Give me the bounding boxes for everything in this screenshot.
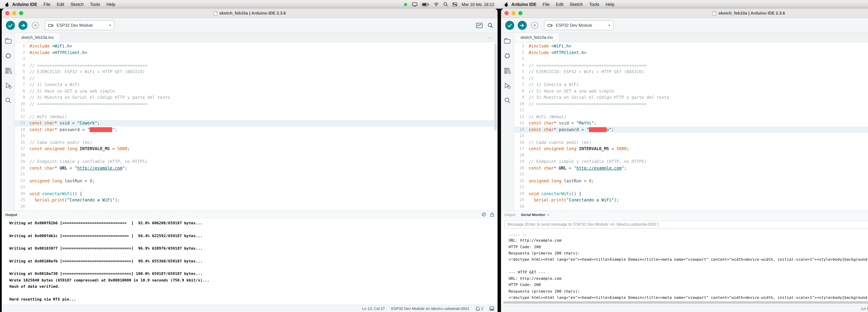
menu-edit[interactable]: Edit — [54, 2, 67, 7]
code-line[interactable]: 20const char* URL = "http://example.com"… — [15, 165, 498, 171]
code-line[interactable]: 17const unsigned long INTERVALO_MS = 500… — [15, 146, 498, 152]
code-editor[interactable]: 1#include <WiFi.h>2#include <HTTPClient.… — [15, 42, 498, 210]
sketchbook-icon[interactable] — [504, 38, 511, 44]
menu-file[interactable]: File — [40, 2, 54, 7]
boards-manager-icon[interactable] — [504, 53, 511, 59]
code-line[interactable]: 9// 3) Muestra en Serial el código HTTP … — [514, 94, 868, 101]
code-line[interactable]: 25 Serial.print("Conectando a WiFi"); — [514, 197, 868, 203]
window-title-bar[interactable]: sketch_feb10a | Arduino IDE 2.3.6 — [501, 9, 868, 18]
code-line[interactable]: 13const char* ssid = "Mathi"; — [514, 120, 868, 126]
code-line[interactable]: 12// WiFi (Wokwi) — [514, 113, 868, 120]
code-line[interactable]: 6// — [15, 75, 498, 81]
menu-sketch[interactable]: Sketch — [67, 2, 87, 7]
code-line[interactable]: 25 Serial.print("Conectando a WiFi"); — [15, 197, 498, 203]
debug-panel-icon[interactable] — [504, 82, 511, 89]
screen-record-indicator-icon[interactable] — [403, 2, 407, 6]
code-line[interactable]: 9// 3) Muestra en Serial el código HTTP … — [15, 94, 498, 101]
board-selector-dropdown[interactable]: ESP32 Dev Module ▾ — [544, 21, 614, 30]
menu-file[interactable]: File — [539, 2, 553, 7]
library-manager-icon[interactable] — [5, 68, 12, 74]
code-line[interactable]: 18 — [15, 152, 498, 159]
apple-menu-icon[interactable] — [5, 2, 9, 7]
board-port-status[interactable]: ESP32 Dev Module on /dev/cu.usbserial-00… — [391, 307, 469, 311]
code-line[interactable]: 1#include <WiFi.h> — [15, 43, 498, 49]
code-line[interactable]: 4// ====================================… — [15, 62, 498, 69]
code-line[interactable]: 12// WiFi (Wokwi) — [15, 113, 498, 120]
search-icon[interactable] — [5, 97, 11, 104]
code-line[interactable]: 6// — [514, 75, 868, 81]
menu-clock[interactable]: Mar 10 feb. 16:12 — [462, 2, 494, 7]
horizontal-scrollbar[interactable] — [503, 301, 868, 304]
editor-scrollbar[interactable] — [494, 43, 497, 131]
code-line[interactable]: 19// Endpoint simple y confiable (HTTP, … — [15, 159, 498, 165]
menu-app-name[interactable]: Arduino IDE — [508, 2, 539, 7]
code-line[interactable]: 2#include <HTTPClient.h> — [15, 49, 498, 56]
debug-button[interactable] — [31, 21, 40, 30]
scroll-lock-icon[interactable] — [490, 212, 494, 217]
code-line[interactable]: 8// 2) Hace un GET a una web simple — [15, 88, 498, 94]
code-line[interactable]: 23 — [514, 184, 868, 190]
code-line[interactable]: 11 — [15, 107, 498, 113]
close-button[interactable] — [504, 11, 509, 15]
menu-app-name[interactable]: Arduino IDE — [9, 2, 40, 7]
code-line[interactable]: 2#include <HTTPClient.h> — [514, 49, 868, 56]
serial-message-input[interactable] — [504, 220, 868, 229]
code-line[interactable]: 3 — [514, 56, 868, 62]
code-line[interactable]: 17const unsigned long INTERVALO_MS = 500… — [514, 146, 868, 152]
output-tab[interactable]: Output — [504, 212, 516, 216]
upload-button[interactable] — [19, 21, 27, 30]
display-mirroring-icon[interactable] — [412, 2, 417, 6]
tab-sketch-feb10a[interactable]: sketch_feb10a.ino — [15, 33, 60, 42]
code-line[interactable]: 8// 2) Hace un GET a una web simple — [514, 88, 868, 94]
wifi-icon[interactable] — [433, 2, 439, 6]
code-line[interactable]: 16// Cada cuánto pedir (ms) — [514, 139, 868, 146]
serial-monitor-icon[interactable] — [488, 22, 493, 28]
menu-tools[interactable]: Tools — [586, 2, 602, 7]
code-line[interactable]: 4// ====================================… — [514, 62, 868, 69]
sketchbook-icon[interactable] — [5, 38, 12, 44]
code-line[interactable]: 21 — [514, 171, 868, 178]
verify-button[interactable] — [6, 21, 15, 30]
close-button[interactable] — [5, 11, 9, 15]
board-selector-dropdown[interactable]: ESP32 Dev Module ▾ — [45, 21, 114, 30]
code-line[interactable]: 5// EJERCICIO: ESP32 + WiFi + HTTP GET (… — [15, 69, 498, 75]
notifications-button[interactable]: 2 — [475, 306, 483, 311]
spotlight-search-icon[interactable] — [443, 2, 448, 7]
code-line[interactable]: 14const char* password = " "; — [15, 126, 498, 133]
output-console[interactable]: Writing at 0x000f82b6 [=================… — [2, 218, 498, 305]
zoom-button[interactable] — [19, 11, 23, 15]
serial-console[interactable]: ..... .. URL: http://example.com HTTP Co… — [501, 230, 868, 301]
close-serial-monitor-icon[interactable]: × — [547, 212, 550, 216]
code-line[interactable]: 20const char* URL = "http://example.com"… — [514, 165, 868, 171]
code-line[interactable]: 26 — [514, 203, 868, 210]
tab-sketch-feb10a[interactable]: sketch_feb10a.ino — [514, 33, 559, 42]
code-line[interactable]: 7// 1) Conecta a WiFi — [15, 81, 498, 88]
verify-button[interactable] — [505, 21, 514, 30]
code-line[interactable]: 15 — [514, 133, 868, 139]
code-line[interactable]: 18 — [514, 152, 868, 159]
code-line[interactable]: 13const char* ssid = "Cowork"; — [15, 120, 498, 126]
code-line[interactable]: 15 — [15, 133, 498, 139]
menu-sketch[interactable]: Sketch — [566, 2, 586, 7]
code-line[interactable]: 10// ===================================… — [514, 101, 868, 107]
window-title-bar[interactable]: sketch_feb10a | Arduino IDE 2.3.6 — [2, 9, 498, 18]
minimize-button[interactable] — [512, 11, 516, 15]
debug-button[interactable] — [530, 21, 539, 30]
output-tab[interactable]: Output — [5, 212, 17, 216]
search-icon[interactable] — [504, 97, 511, 104]
upload-button[interactable] — [518, 21, 527, 30]
apple-menu-icon[interactable] — [504, 2, 508, 7]
code-line[interactable]: 24void conectarWiFi() { — [15, 190, 498, 197]
code-line[interactable]: 14const char* password = " o"; — [514, 126, 868, 133]
code-line[interactable]: 21 — [15, 171, 498, 178]
library-manager-icon[interactable] — [504, 68, 511, 74]
code-line[interactable]: 3 — [15, 56, 498, 62]
serial-plotter-icon[interactable] — [476, 23, 483, 28]
tab-overflow-menu-icon[interactable]: ··· — [484, 35, 498, 40]
code-line[interactable]: 16// Cada cuánto pedir (ms) — [15, 139, 498, 146]
code-line[interactable]: 5// EJERCICIO: ESP32 + WiFi + HTTP GET (… — [514, 69, 868, 75]
toggle-bottom-panel-button[interactable] — [490, 307, 494, 311]
minimize-button[interactable] — [12, 11, 16, 15]
clear-output-icon[interactable] — [482, 212, 486, 217]
debug-panel-icon[interactable] — [5, 82, 12, 89]
